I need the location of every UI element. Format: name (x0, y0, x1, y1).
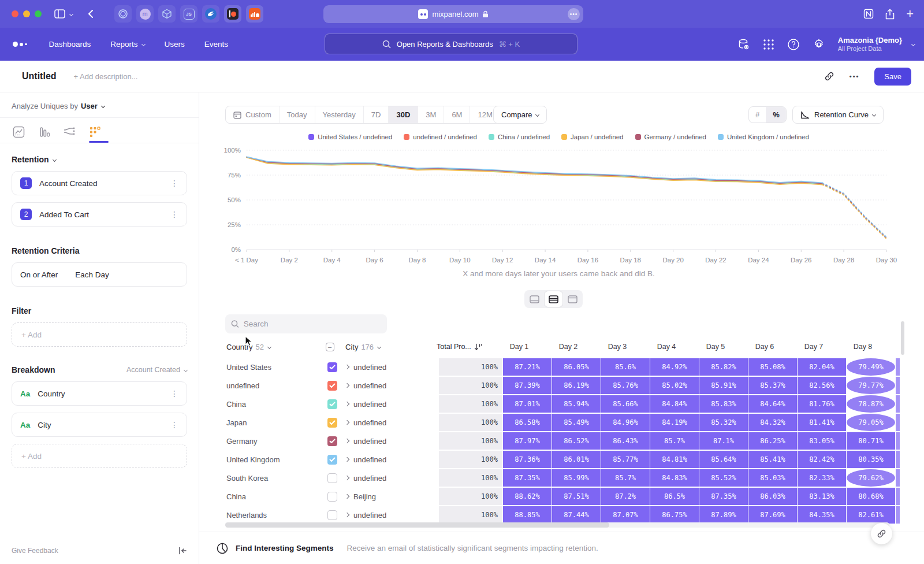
retention-cell[interactable]: 85.76% (601, 377, 650, 394)
js-icon[interactable]: JS (180, 5, 198, 23)
report-title[interactable]: Untitled (22, 71, 57, 81)
row-checkbox[interactable] (327, 399, 337, 409)
breakdown-scope-selector[interactable]: Account Created (126, 366, 187, 374)
save-button[interactable]: Save (874, 68, 911, 86)
table-search[interactable] (225, 314, 387, 333)
retention-cell[interactable]: 85.6% (601, 358, 650, 376)
expand-row-icon[interactable] (341, 402, 353, 406)
retention-cell[interactable]: 85.91% (699, 377, 748, 394)
retention-cell[interactable]: 84.96% (601, 414, 650, 431)
soundcloud-icon[interactable] (246, 5, 263, 23)
back-button[interactable] (88, 9, 94, 18)
legend-item[interactable]: China / undefined (489, 133, 550, 140)
m-avatar-icon[interactable]: m (136, 5, 154, 23)
range-yesterday[interactable]: Yesterday (315, 106, 364, 123)
retention-cell[interactable]: 85.7% (601, 469, 650, 487)
retention-cell[interactable]: 85.82% (699, 358, 748, 376)
expand-row-icon[interactable] (341, 384, 353, 387)
retention-cell[interactable]: 86.75% (650, 506, 699, 524)
retention-cell[interactable]: 80.68% (847, 488, 895, 505)
sidebar-toggle-icon[interactable] (54, 9, 73, 18)
target-icon[interactable] (114, 5, 132, 23)
table-row[interactable]: United Statesundefined100%87.21%86.05%85… (217, 358, 901, 376)
analyze-uniques-row[interactable]: Analyze Uniques byUser (0, 92, 199, 118)
patreon-icon[interactable] (224, 5, 241, 23)
table-only-view-button[interactable] (564, 291, 582, 307)
retention-cell[interactable]: 82.04% (798, 358, 846, 376)
horizontal-scrollbar-thumb[interactable] (225, 522, 609, 528)
range-30d[interactable]: 30D (389, 106, 418, 123)
legend-item[interactable]: United Kingdom / undefined (718, 133, 809, 140)
day-column-header[interactable]: Day 5 (691, 339, 740, 355)
share-link-button[interactable] (871, 523, 892, 544)
retention-cell[interactable]: 79.05% (847, 414, 895, 431)
data-management-icon[interactable] (737, 38, 750, 51)
retention-cell[interactable]: 86.5% (650, 488, 699, 505)
retention-cell[interactable]: 85.66% (601, 395, 650, 413)
chart-type-selector[interactable]: Retention Curve (792, 106, 884, 124)
country-column-header[interactable]: Country52 (217, 343, 323, 351)
retention-cell[interactable]: 86.03% (748, 488, 797, 505)
more-options-icon[interactable]: ••• (850, 73, 860, 80)
expand-row-icon[interactable] (341, 421, 353, 424)
retention-cell[interactable]: 87.44% (552, 506, 601, 524)
criteria-each-day[interactable]: Each Day (75, 270, 109, 279)
expand-row-icon[interactable] (341, 513, 353, 517)
retention-step-1[interactable]: 1 Account Created ⋮ (12, 171, 187, 195)
retention-cell[interactable]: 85.03% (748, 469, 797, 487)
retention-cell[interactable]: 86.43% (601, 432, 650, 450)
retention-cell[interactable]: 87.01% (503, 395, 552, 413)
kebab-menu-icon[interactable]: ⋮ (170, 420, 178, 429)
give-feedback-link[interactable]: Give Feedback (12, 547, 58, 555)
retention-cell[interactable]: 85.94% (552, 395, 601, 413)
retention-cell[interactable]: 87.89% (699, 506, 748, 524)
retention-cell[interactable]: 84.32% (748, 414, 797, 431)
row-checkbox[interactable] (327, 473, 337, 483)
retention-cell[interactable]: 85.77% (601, 451, 650, 468)
day-column-header[interactable]: Day 1 (495, 339, 543, 355)
retention-cell[interactable]: 87.69% (748, 506, 797, 524)
retention-cell[interactable]: 82.56% (798, 377, 846, 394)
share-icon[interactable] (885, 9, 895, 20)
table-row[interactable]: South Koreaundefined100%87.35%85.99%85.7… (217, 469, 901, 487)
day-column-header[interactable]: Day 4 (642, 339, 691, 355)
global-search[interactable]: Open Reports & Dashboards ⌘ + K (325, 34, 578, 54)
retention-cell[interactable]: 87.2% (601, 488, 650, 505)
retention-cell[interactable]: 87.39% (503, 377, 552, 394)
retention-cell[interactable]: 79.77% (847, 377, 895, 394)
retention-cell[interactable]: 85.99% (552, 469, 601, 487)
nav-events[interactable]: Events (204, 40, 228, 49)
expand-row-icon[interactable] (341, 439, 353, 443)
retention-cell[interactable]: 84.84% (650, 395, 699, 413)
nav-users[interactable]: Users (165, 40, 185, 49)
retention-cell[interactable]: 85.52% (699, 469, 748, 487)
cube-icon[interactable] (158, 5, 176, 23)
expand-row-icon[interactable] (341, 495, 353, 498)
legend-item[interactable]: Japan / undefined (561, 133, 623, 140)
retention-cell[interactable]: 84.83% (650, 469, 699, 487)
range-7d[interactable]: 7D (364, 106, 389, 123)
table-row[interactable]: Netherlandsundefined100%88.85%87.44%87.0… (217, 506, 901, 524)
city-column-header[interactable]: City176 (345, 343, 431, 351)
retention-cell[interactable]: 85.32% (699, 414, 748, 431)
address-bar[interactable]: mixpanel.com ••• (323, 5, 583, 23)
retention-cell[interactable]: 82.42% (798, 451, 846, 468)
compare-button[interactable]: Compare (493, 106, 547, 124)
horizontal-scrollbar[interactable] (225, 522, 889, 528)
retention-cell[interactable]: 84.35% (798, 506, 846, 524)
legend-item[interactable]: United States / undefined (308, 133, 392, 140)
kebab-menu-icon[interactable]: ⋮ (170, 179, 178, 188)
analyze-value[interactable]: User (81, 102, 98, 110)
retention-cell[interactable]: 85.83% (699, 395, 748, 413)
retention-cell[interactable]: 80.71% (847, 432, 895, 450)
retention-cell[interactable]: 85.41% (748, 451, 797, 468)
add-description[interactable]: + Add description... (74, 72, 138, 81)
total-column-header[interactable]: Total Pro... (431, 339, 494, 355)
add-filter-button[interactable]: + Add (12, 322, 187, 347)
row-checkbox[interactable] (327, 510, 337, 520)
retention-cell[interactable]: 86.52% (552, 432, 601, 450)
retention-cell[interactable]: 84.92% (650, 358, 699, 376)
retention-cell[interactable]: 87.21% (503, 358, 552, 376)
retention-cell[interactable]: 87.07% (601, 506, 650, 524)
insights-icon[interactable] (12, 125, 25, 139)
